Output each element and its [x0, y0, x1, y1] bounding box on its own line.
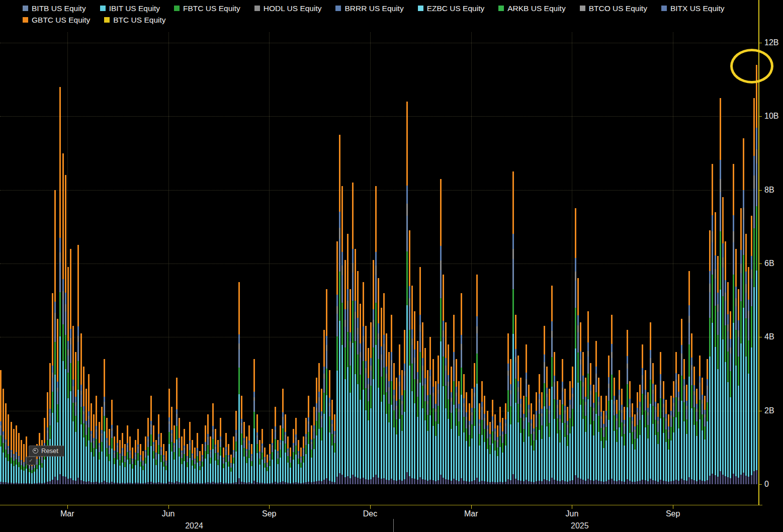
- volume-bar: [725, 241, 726, 484]
- bar-segment-brrr: [432, 387, 434, 393]
- volume-bar: [427, 370, 428, 484]
- bar-segment-ibit: [109, 461, 110, 483]
- bar-segment-fbtc: [248, 450, 250, 458]
- bar-segment-ibit: [443, 386, 444, 478]
- volume-bar: [163, 444, 164, 484]
- volume-bar: [673, 381, 674, 484]
- bar-segment-brrr: [80, 385, 82, 391]
- bar-segment-hodl: [733, 231, 734, 242]
- bar-segment-ibit: [267, 471, 268, 483]
- volume-bar: [399, 344, 400, 484]
- bar-segment-fbtc: [499, 436, 501, 447]
- bar-segment-brrr: [458, 404, 460, 409]
- bar-segment-bitx: [391, 479, 392, 484]
- bar-segment-gbtc: [16, 425, 17, 452]
- volume-bar: [39, 433, 40, 484]
- volume-bar: [720, 98, 721, 484]
- bar-segment-hodl: [590, 391, 591, 395]
- volume-bar: [458, 381, 460, 484]
- bar-segment-ibit: [96, 449, 97, 482]
- legend-item-bitx[interactable]: BITX US Equity: [661, 4, 725, 13]
- bar-segment-fbtc: [241, 433, 242, 445]
- volume-bar: [569, 381, 571, 484]
- bar-segment-gbtc: [365, 326, 367, 361]
- bar-segment-brrr: [634, 426, 636, 430]
- x-axis-tick: [67, 505, 68, 509]
- volume-bar: [93, 414, 95, 484]
- volume-bar: [277, 440, 279, 484]
- bar-segment-bitx: [140, 483, 141, 484]
- bar-segment-ibit: [91, 452, 92, 482]
- bar-segment-gbtc: [603, 411, 604, 424]
- legend-item-bitb[interactable]: BITB US Equity: [23, 4, 86, 13]
- bar-segment-gbtc: [688, 271, 690, 305]
- bar-segment-ibit: [318, 429, 320, 481]
- bar-segment-bitx: [13, 483, 15, 484]
- legend-item-btco[interactable]: BTCO US Equity: [580, 4, 647, 13]
- bar-segment-ibit: [756, 271, 757, 470]
- bar-segment-bitx: [688, 477, 690, 484]
- bar-segment-ibit: [499, 447, 501, 482]
- legend-item-fbtc[interactable]: FBTC US Equity: [174, 4, 240, 13]
- bar-segment-bitb: [551, 337, 553, 357]
- legend-item-btc[interactable]: BTC US Equity: [104, 15, 165, 25]
- legend-item-gbtc[interactable]: GBTC US Equity: [23, 15, 90, 25]
- bar-segment-fbtc: [104, 416, 105, 431]
- bar-segment-bitb: [453, 366, 455, 382]
- legend-item-hodl[interactable]: HODL US Equity: [254, 4, 322, 13]
- bar-segment-bitb: [399, 386, 400, 399]
- y-axis-tick: [758, 411, 762, 411]
- bar-segment-bitb: [577, 332, 579, 352]
- bar-segment-hodl: [645, 395, 646, 399]
- bar-segment-ibit: [536, 440, 537, 481]
- bar-segment-brrr: [624, 420, 625, 424]
- legend-item-ibit[interactable]: IBIT US Equity: [100, 4, 160, 13]
- bar-segment-bitx: [347, 476, 349, 484]
- chart-tool-icon[interactable]: ✓: [26, 457, 36, 465]
- bar-segment-brrr: [365, 361, 367, 369]
- volume-bar: [448, 344, 449, 484]
- bar-segment-fbtc: [647, 425, 649, 438]
- bar-segment-ibit: [31, 473, 33, 483]
- volume-bar: [567, 407, 568, 484]
- bar-segment-bitb: [562, 392, 563, 404]
- bar-segment-brrr: [600, 412, 602, 416]
- bar-segment-hodl: [702, 400, 703, 403]
- bar-segment-brrr: [647, 408, 649, 412]
- bar-segment-ibit: [507, 412, 509, 479]
- bar-segment-brrr: [85, 421, 87, 425]
- bar-segment-bitx: [699, 480, 701, 484]
- volume-bar: [129, 436, 131, 484]
- bar-segment-hodl: [375, 265, 377, 275]
- bar-segment-brrr: [611, 344, 613, 352]
- bar-segment-brrr: [54, 302, 56, 313]
- bar-segment-gbtc: [313, 407, 315, 425]
- bar-segment-ibit: [554, 419, 555, 480]
- bar-segment-fbtc: [740, 301, 742, 343]
- reset-button[interactable]: Reset: [29, 446, 64, 457]
- bar-segment-bitb: [140, 458, 141, 462]
- bar-segment-bitb: [660, 385, 661, 398]
- volume-bar: [150, 396, 152, 484]
- legend-item-brrr[interactable]: BRRR US Equity: [335, 4, 403, 13]
- legend-item-ezbc[interactable]: EZBC US Equity: [418, 4, 485, 13]
- bar-segment-brrr: [712, 215, 713, 231]
- chart-plot-area[interactable]: 12B10B8B6B4B2B0MarJunSepDecMarJunSep2024…: [0, 0, 783, 532]
- bar-segment-gbtc: [557, 381, 558, 400]
- bar-segment-hodl: [388, 387, 390, 391]
- bar-segment-fbtc: [11, 458, 12, 464]
- highlight-ellipse-annotation[interactable]: [730, 49, 773, 83]
- bar-segment-bitx: [256, 482, 258, 484]
- bar-segment-bitx: [344, 477, 346, 484]
- bar-segment-gbtc: [670, 396, 672, 411]
- bar-segment-hodl: [699, 383, 701, 387]
- bar-segment-bitx: [717, 477, 719, 484]
- bar-segment-ibit: [733, 323, 734, 473]
- legend-item-arkb[interactable]: ARKB US Equity: [498, 4, 565, 13]
- bar-segment-gbtc: [735, 249, 737, 287]
- bar-segment-ibit: [393, 427, 395, 480]
- bar-segment-bitb: [704, 417, 706, 426]
- bar-segment-brrr: [474, 387, 475, 393]
- bar-segment-ibit: [189, 458, 191, 483]
- bar-segment-gbtc: [295, 418, 297, 434]
